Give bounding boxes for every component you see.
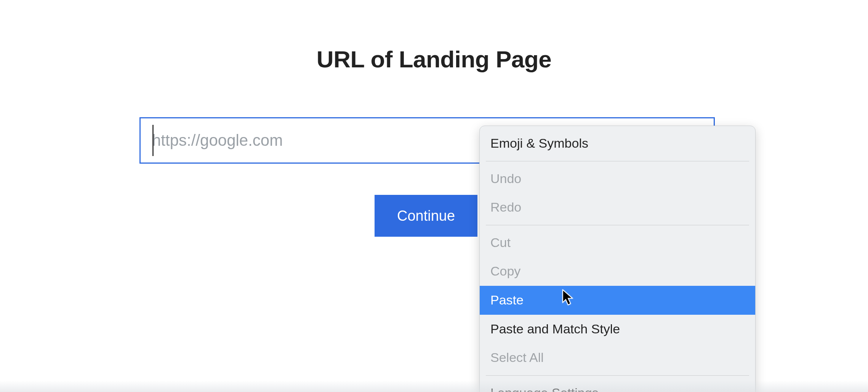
context-menu-item-paste[interactable]: Paste bbox=[480, 286, 755, 315]
context-menu-item-redo: Redo bbox=[480, 193, 755, 222]
context-menu-item-emoji-symbols[interactable]: Emoji & Symbols bbox=[480, 129, 755, 158]
context-menu-separator bbox=[486, 375, 749, 376]
context-menu-separator bbox=[486, 161, 749, 161]
context-menu-item-paste-and-match-style[interactable]: Paste and Match Style bbox=[480, 315, 755, 344]
context-menu-item-select-all: Select All bbox=[480, 343, 755, 372]
context-menu-separator bbox=[486, 225, 749, 225]
continue-button[interactable]: Continue bbox=[375, 195, 477, 237]
context-menu[interactable]: Emoji & SymbolsUndoRedoCutCopyPastePaste… bbox=[479, 126, 756, 392]
context-menu-item-copy: Copy bbox=[480, 257, 755, 286]
context-menu-item-language-settings[interactable]: Language Settings bbox=[480, 379, 755, 392]
context-menu-item-cut: Cut bbox=[480, 228, 755, 257]
page-title: URL of Landing Page bbox=[0, 46, 868, 73]
form-stage: URL of Landing Page Continue Emoji & Sym… bbox=[0, 0, 868, 392]
context-menu-item-undo: Undo bbox=[480, 164, 755, 193]
